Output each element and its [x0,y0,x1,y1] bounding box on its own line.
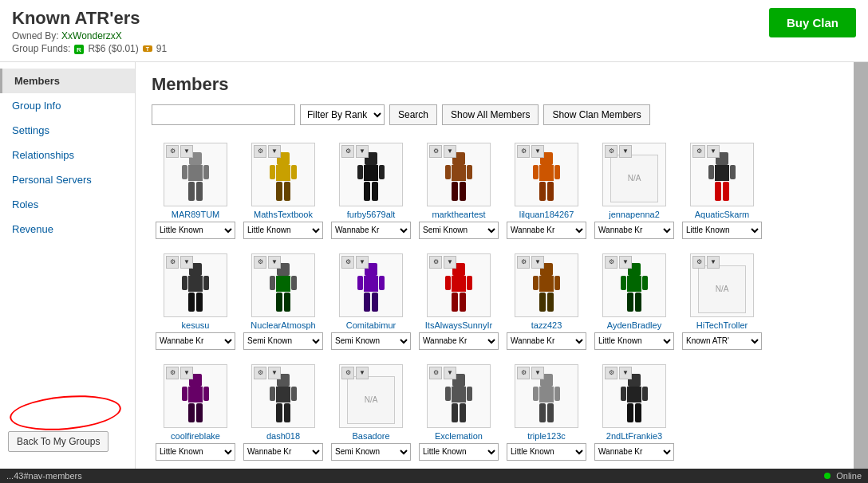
avatar-gear-btn[interactable]: ⚙ [692,256,705,269]
member-name-link[interactable]: ItsAlwaysSunnyIr [418,320,499,330]
avatar-arrow-btn[interactable]: ▼ [531,256,544,269]
member-rank-select[interactable]: Little KnownWannabe KrSemi KnownKnown AT… [419,443,499,461]
member-rank-select[interactable]: Little KnownWannabe KrSemi KnownKnown AT… [594,332,674,350]
member-name-link[interactable]: marktheartest [418,210,499,219]
member-name-link[interactable]: MathsTextbook [243,210,324,219]
avatar-gear-btn[interactable]: ⚙ [254,145,266,158]
member-name-link[interactable]: NuclearAtmosph [243,320,324,330]
avatar-gear-btn[interactable]: ⚙ [605,145,617,158]
avatar-gear-btn[interactable]: ⚙ [166,145,179,158]
member-name-link[interactable]: AquaticSkarm [681,210,763,219]
avatar-arrow-btn[interactable]: ▼ [180,256,193,269]
member-name-link[interactable]: Comitabimur [330,320,412,330]
member-rank-select[interactable]: Little KnownWannabe KrSemi KnownKnown AT… [243,222,323,239]
avatar-gear-btn[interactable]: ⚙ [341,256,354,269]
avatar-gear-btn[interactable]: ⚙ [254,367,266,379]
member-rank-select[interactable]: Little KnownWannabe KrSemi KnownKnown AT… [682,222,762,239]
avatar-arrow-btn[interactable]: ▼ [268,367,281,379]
search-input[interactable] [152,104,295,125]
avatar-gear-btn[interactable]: ⚙ [517,256,530,269]
avatar-gear-btn[interactable]: ⚙ [254,256,266,269]
member-name-link[interactable]: dash018 [243,431,324,441]
avatar-arrow-btn[interactable]: ▼ [619,256,632,269]
member-name-link[interactable]: lilquan184267 [506,210,587,219]
member-rank-select[interactable]: Little KnownWannabe KrSemi KnownKnown AT… [331,222,411,239]
sidebar-item-settings[interactable]: Settings [0,118,135,143]
member-name-link[interactable]: tazz423 [506,320,587,330]
back-to-my-groups-button[interactable]: Back To My Groups [8,431,108,452]
svg-rect-85 [291,387,297,401]
avatar-arrow-btn[interactable]: ▼ [268,145,281,158]
scrollbar-panel[interactable] [854,62,868,483]
owner-link[interactable]: XxWonderzxX [61,30,122,41]
member-name-link[interactable]: triple123c [506,431,587,441]
member-name-link[interactable]: MAR89TUM [155,210,236,219]
member-name-link[interactable]: 2ndLtFrankie3 [594,431,675,441]
member-rank-select[interactable]: Little KnownWannabe KrSemi KnownKnown AT… [331,332,411,350]
member-rank-select[interactable]: Little KnownWannabe KrSemi KnownKnown AT… [243,443,323,461]
member-rank-select[interactable]: Little KnownWannabe KrSemi KnownKnown AT… [594,443,674,461]
member-rank-select[interactable]: Little KnownWannabe KrSemi KnownKnown AT… [156,222,235,239]
sidebar-item-relationships[interactable]: Relationships [0,143,135,167]
member-name-link[interactable]: HiTechTroller [681,320,763,330]
avatar-arrow-btn[interactable]: ▼ [531,145,544,158]
avatar-arrow-btn[interactable]: ▼ [268,256,281,269]
sidebar-item-personal-servers[interactable]: Personal Servers [0,167,135,192]
member-rank-select[interactable]: Little KnownWannabe KrSemi KnownKnown AT… [419,222,499,239]
sidebar-item-revenue[interactable]: Revenue [0,217,135,242]
member-card: ⚙ ▼ MathsTextbookLittle KnownWannabe KrS… [239,139,327,242]
member-rank-select[interactable]: Little KnownWannabe KrSemi KnownKnown AT… [507,443,586,461]
search-button[interactable]: Search [389,104,437,125]
avatar-gear-btn[interactable]: ⚙ [166,367,179,379]
member-name-link[interactable]: kesusu [155,320,236,330]
avatar-arrow-btn[interactable]: ▼ [356,145,369,158]
avatar-arrow-btn[interactable]: ▼ [444,145,456,158]
member-rank-select[interactable]: Little KnownWannabe KrSemi KnownKnown AT… [156,332,235,350]
avatar-gear-btn[interactable]: ⚙ [166,256,179,269]
member-rank-select[interactable]: Little KnownWannabe KrSemi KnownKnown AT… [594,222,674,239]
avatar-gear-btn[interactable]: ⚙ [341,367,354,379]
buy-clan-button[interactable]: Buy Clan [769,8,856,37]
avatar-gear-btn[interactable]: ⚙ [429,367,442,379]
member-rank-select[interactable]: Little KnownWannabe KrSemi KnownKnown AT… [682,332,762,350]
member-rank-select[interactable]: Little KnownWannabe KrSemi KnownKnown AT… [156,443,235,461]
avatar-arrow-btn[interactable]: ▼ [444,367,456,379]
avatar-arrow-btn[interactable]: ▼ [180,145,193,158]
avatar-gear-btn[interactable]: ⚙ [517,367,530,379]
show-clan-members-button[interactable]: Show Clan Members [543,104,649,125]
avatar-gear-btn[interactable]: ⚙ [341,145,354,158]
sidebar-item-members[interactable]: Members [0,69,135,93]
member-name-link[interactable]: Basadore [330,431,412,441]
avatar-gear-btn[interactable]: ⚙ [517,145,530,158]
avatar-gear-btn[interactable]: ⚙ [605,256,617,269]
sidebar-item-group-info[interactable]: Group Info [0,93,135,118]
member-rank-select[interactable]: Little KnownWannabe KrSemi KnownKnown AT… [419,332,499,350]
member-name-link[interactable]: AydenBradley [594,320,675,330]
avatar-arrow-btn[interactable]: ▼ [619,367,632,379]
member-rank-select[interactable]: Little KnownWannabe KrSemi KnownKnown AT… [331,443,411,461]
member-rank-select[interactable]: Little KnownWannabe KrSemi KnownKnown AT… [507,332,586,350]
member-rank-select[interactable]: Little KnownWannabe KrSemi KnownKnown AT… [243,332,323,350]
member-name-link[interactable]: coolfireblake [155,431,236,441]
avatar-arrow-btn[interactable]: ▼ [707,145,720,158]
sidebar-item-roles[interactable]: Roles [0,192,135,217]
avatar-arrow-btn[interactable]: ▼ [180,367,193,379]
avatar-arrow-btn[interactable]: ▼ [619,145,632,158]
member-rank-select[interactable]: Little KnownWannabe KrSemi KnownKnown AT… [507,222,586,239]
member-name-link[interactable]: Exclemation [418,431,499,441]
show-all-members-button[interactable]: Show All Members [442,104,539,125]
avatar-arrow-btn[interactable]: ▼ [356,256,369,269]
avatar-gear-btn[interactable]: ⚙ [429,256,442,269]
avatar-arrow-btn[interactable]: ▼ [707,256,720,269]
avatar-arrow-btn[interactable]: ▼ [531,367,544,379]
avatar-arrow-btn[interactable]: ▼ [444,256,456,269]
avatar-gear-btn[interactable]: ⚙ [429,145,442,158]
member-name-link[interactable]: furby5679alt [330,210,412,219]
avatar-arrow-btn[interactable]: ▼ [356,367,369,379]
member-name-link[interactable]: jennapenna2 [594,210,675,219]
svg-rect-99 [547,403,554,422]
filter-rank-select[interactable]: Filter By Rank Little Known Wannabe Kr S… [300,104,385,125]
svg-rect-5 [188,165,203,181]
avatar-gear-btn[interactable]: ⚙ [605,367,617,379]
avatar-gear-btn[interactable]: ⚙ [692,145,705,158]
